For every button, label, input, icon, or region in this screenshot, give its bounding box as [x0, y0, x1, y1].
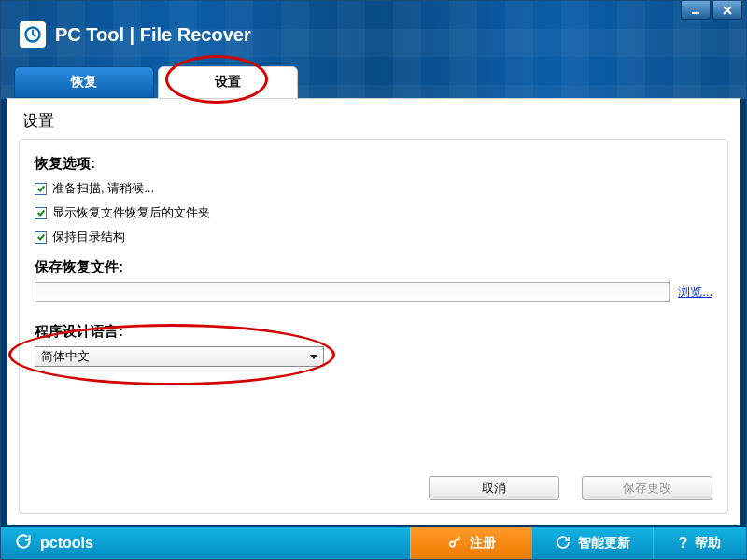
save-changes-button[interactable]: 保存更改 [582, 476, 712, 500]
checkbox-show-folder-label: 显示恢复文件恢复后的文件夹 [52, 204, 210, 221]
tab-settings-label: 设置 [215, 74, 241, 91]
settings-panel: 恢复选项: 准备扫描, 请稍候... 显示恢复文件恢复后的文件夹 保持目录结构 [19, 139, 728, 514]
checkbox-show-folder[interactable] [35, 207, 47, 219]
brand-label: pctools [40, 535, 93, 552]
page-title: 设置 [19, 108, 728, 139]
cancel-button-label: 取消 [482, 480, 506, 497]
help-icon: ? [679, 535, 688, 552]
content-area: 设置 恢复选项: 准备扫描, 请稍候... 显示恢复文件恢复后的文件夹 保持目录 [7, 98, 740, 525]
checkbox-prepare-scan[interactable] [35, 183, 47, 195]
smart-update-label: 智能更新 [578, 535, 630, 552]
tab-settings[interactable]: 设置 [158, 66, 298, 98]
checkbox-keep-structure[interactable] [35, 231, 47, 244]
register-button[interactable]: 注册 [410, 527, 531, 559]
svg-point-4 [449, 541, 454, 546]
language-selected-value: 简体中文 [41, 348, 90, 365]
close-button[interactable] [712, 1, 742, 20]
minimize-button[interactable] [681, 1, 711, 20]
help-label: 帮助 [695, 535, 721, 552]
brand-area: pctools [1, 527, 410, 559]
browse-link[interactable]: 浏览... [678, 284, 712, 301]
save-path-input[interactable] [35, 282, 670, 302]
help-button[interactable]: ? 帮助 [653, 527, 746, 559]
smart-update-button[interactable]: 智能更新 [531, 527, 653, 559]
tab-recover-label: 恢复 [71, 74, 97, 91]
checkbox-prepare-scan-label: 准备扫描, 请稍候... [52, 180, 154, 197]
checkbox-keep-structure-label: 保持目录结构 [52, 229, 125, 245]
save-changes-button-label: 保存更改 [623, 480, 671, 497]
language-title: 程序设计语言: [35, 323, 712, 341]
refresh-icon [14, 532, 33, 554]
bottom-bar: pctools 注册 智能更新 ? 帮助 [1, 527, 746, 559]
language-select[interactable]: 简体中文 [35, 346, 324, 367]
key-icon [447, 535, 462, 553]
app-title: PC Tool | File Recover [55, 24, 251, 46]
recovery-options-title: 恢复选项: [35, 155, 712, 173]
app-window: PC Tool | File Recover 恢复 设置 设置 恢复选项: 准备… [0, 0, 747, 560]
sync-icon [556, 535, 571, 553]
tab-recover[interactable]: 恢复 [14, 66, 154, 98]
chevron-down-icon [310, 355, 317, 359]
save-files-title: 保存恢复文件: [35, 259, 712, 276]
app-logo-icon [20, 21, 46, 48]
register-label: 注册 [470, 535, 496, 552]
cancel-button[interactable]: 取消 [429, 476, 559, 500]
